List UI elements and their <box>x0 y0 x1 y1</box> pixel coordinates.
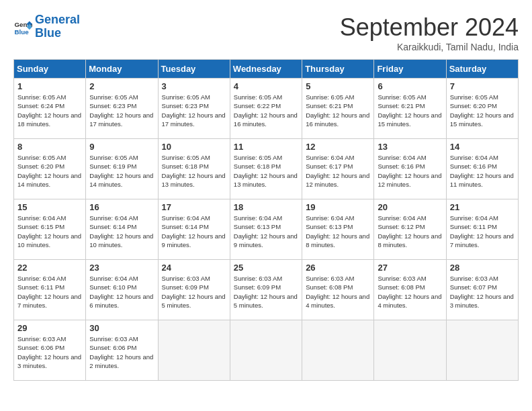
calendar-cell: 11 Sunrise: 6:05 AM Sunset: 6:18 PM Dayl… <box>230 139 302 199</box>
day-number: 2 <box>89 81 154 91</box>
day-number: 20 <box>378 202 442 212</box>
calendar-cell: 7 Sunrise: 6:05 AM Sunset: 6:20 PM Dayli… <box>446 79 518 139</box>
calendar-cell: 5 Sunrise: 6:05 AM Sunset: 6:21 PM Dayli… <box>302 79 374 139</box>
day-info: Sunrise: 6:04 AM Sunset: 6:14 PM Dayligh… <box>162 214 226 249</box>
day-number: 14 <box>450 142 515 152</box>
day-info: Sunrise: 6:03 AM Sunset: 6:07 PM Dayligh… <box>450 274 515 310</box>
calendar-week-1: 1 Sunrise: 6:05 AM Sunset: 6:24 PM Dayli… <box>14 79 519 139</box>
day-info: Sunrise: 6:04 AM Sunset: 6:16 PM Dayligh… <box>378 153 442 189</box>
day-info: Sunrise: 6:05 AM Sunset: 6:20 PM Dayligh… <box>450 93 515 128</box>
header-sunday: Sunday <box>14 60 86 79</box>
calendar-cell: 17 Sunrise: 6:04 AM Sunset: 6:14 PM Dayl… <box>158 199 230 260</box>
calendar-cell: 21 Sunrise: 6:04 AM Sunset: 6:11 PM Dayl… <box>446 199 518 260</box>
header-friday: Friday <box>374 60 446 79</box>
header-tuesday: Tuesday <box>158 60 230 79</box>
logo: General Blue General Blue <box>13 13 80 40</box>
day-number: 4 <box>234 81 298 91</box>
day-number: 15 <box>17 202 82 212</box>
calendar-cell: 8 Sunrise: 6:05 AM Sunset: 6:20 PM Dayli… <box>14 139 86 199</box>
calendar-week-4: 22 Sunrise: 6:04 AM Sunset: 6:11 PM Dayl… <box>14 260 519 320</box>
day-info: Sunrise: 6:05 AM Sunset: 6:22 PM Dayligh… <box>234 93 298 128</box>
calendar-cell: 28 Sunrise: 6:03 AM Sunset: 6:07 PM Dayl… <box>446 260 518 320</box>
header-wednesday: Wednesday <box>230 60 302 79</box>
calendar-cell: 25 Sunrise: 6:03 AM Sunset: 6:09 PM Dayl… <box>230 260 302 320</box>
day-number: 23 <box>89 263 154 273</box>
header-monday: Monday <box>86 60 158 79</box>
day-number: 8 <box>17 142 82 152</box>
calendar-cell: 18 Sunrise: 6:04 AM Sunset: 6:13 PM Dayl… <box>230 199 302 260</box>
calendar-cell: 1 Sunrise: 6:05 AM Sunset: 6:24 PM Dayli… <box>14 79 86 139</box>
day-info: Sunrise: 6:04 AM Sunset: 6:16 PM Dayligh… <box>450 153 515 189</box>
header-thursday: Thursday <box>302 60 374 79</box>
calendar-cell: 26 Sunrise: 6:03 AM Sunset: 6:08 PM Dayl… <box>302 260 374 320</box>
calendar-cell: 13 Sunrise: 6:04 AM Sunset: 6:16 PM Dayl… <box>374 139 446 199</box>
calendar-cell: 4 Sunrise: 6:05 AM Sunset: 6:22 PM Dayli… <box>230 79 302 139</box>
day-number: 17 <box>162 202 226 212</box>
day-info: Sunrise: 6:03 AM Sunset: 6:06 PM Dayligh… <box>17 334 82 370</box>
day-info: Sunrise: 6:05 AM Sunset: 6:21 PM Dayligh… <box>306 93 370 128</box>
day-number: 29 <box>17 323 82 333</box>
day-info: Sunrise: 6:03 AM Sunset: 6:08 PM Dayligh… <box>306 274 370 310</box>
calendar-cell <box>302 320 374 381</box>
day-info: Sunrise: 6:05 AM Sunset: 6:24 PM Dayligh… <box>17 93 82 128</box>
logo-text-line1: General <box>35 13 80 27</box>
svg-text:Blue: Blue <box>14 28 29 35</box>
calendar-cell <box>446 320 518 381</box>
day-info: Sunrise: 6:04 AM Sunset: 6:12 PM Dayligh… <box>378 214 442 249</box>
calendar-cell: 2 Sunrise: 6:05 AM Sunset: 6:23 PM Dayli… <box>86 79 158 139</box>
day-number: 27 <box>378 263 442 273</box>
day-number: 11 <box>234 142 298 152</box>
calendar-cell: 14 Sunrise: 6:04 AM Sunset: 6:16 PM Dayl… <box>446 139 518 199</box>
calendar-cell: 6 Sunrise: 6:05 AM Sunset: 6:21 PM Dayli… <box>374 79 446 139</box>
day-info: Sunrise: 6:05 AM Sunset: 6:18 PM Dayligh… <box>234 153 298 189</box>
page-header: General Blue General Blue September 2024… <box>13 13 519 52</box>
calendar-cell: 10 Sunrise: 6:05 AM Sunset: 6:18 PM Dayl… <box>158 139 230 199</box>
day-info: Sunrise: 6:04 AM Sunset: 6:14 PM Dayligh… <box>89 214 154 249</box>
calendar-cell: 15 Sunrise: 6:04 AM Sunset: 6:15 PM Dayl… <box>14 199 86 260</box>
day-info: Sunrise: 6:04 AM Sunset: 6:10 PM Dayligh… <box>89 274 154 310</box>
day-number: 22 <box>17 263 82 273</box>
day-info: Sunrise: 6:04 AM Sunset: 6:17 PM Dayligh… <box>306 153 370 189</box>
header-saturday: Saturday <box>446 60 518 79</box>
day-info: Sunrise: 6:05 AM Sunset: 6:20 PM Dayligh… <box>17 153 82 189</box>
day-info: Sunrise: 6:05 AM Sunset: 6:19 PM Dayligh… <box>89 153 154 189</box>
calendar-header-row: SundayMondayTuesdayWednesdayThursdayFrid… <box>14 60 519 79</box>
calendar-cell: 20 Sunrise: 6:04 AM Sunset: 6:12 PM Dayl… <box>374 199 446 260</box>
day-info: Sunrise: 6:04 AM Sunset: 6:11 PM Dayligh… <box>17 274 82 310</box>
month-title: September 2024 <box>340 13 519 42</box>
calendar-cell: 30 Sunrise: 6:03 AM Sunset: 6:06 PM Dayl… <box>86 320 158 381</box>
calendar-week-3: 15 Sunrise: 6:04 AM Sunset: 6:15 PM Dayl… <box>14 199 519 260</box>
day-number: 18 <box>234 202 298 212</box>
day-info: Sunrise: 6:03 AM Sunset: 6:09 PM Dayligh… <box>162 274 226 310</box>
calendar-cell: 29 Sunrise: 6:03 AM Sunset: 6:06 PM Dayl… <box>14 320 86 381</box>
day-number: 12 <box>306 142 370 152</box>
day-info: Sunrise: 6:04 AM Sunset: 6:11 PM Dayligh… <box>450 214 515 249</box>
day-number: 13 <box>378 142 442 152</box>
calendar-cell: 3 Sunrise: 6:05 AM Sunset: 6:23 PM Dayli… <box>158 79 230 139</box>
day-info: Sunrise: 6:05 AM Sunset: 6:21 PM Dayligh… <box>378 93 442 128</box>
day-info: Sunrise: 6:04 AM Sunset: 6:13 PM Dayligh… <box>234 214 298 249</box>
day-info: Sunrise: 6:04 AM Sunset: 6:15 PM Dayligh… <box>17 214 82 249</box>
day-number: 9 <box>89 142 154 152</box>
calendar-cell: 24 Sunrise: 6:03 AM Sunset: 6:09 PM Dayl… <box>158 260 230 320</box>
calendar-cell: 22 Sunrise: 6:04 AM Sunset: 6:11 PM Dayl… <box>14 260 86 320</box>
calendar-cell <box>374 320 446 381</box>
calendar-week-5: 29 Sunrise: 6:03 AM Sunset: 6:06 PM Dayl… <box>14 320 519 381</box>
calendar-cell: 16 Sunrise: 6:04 AM Sunset: 6:14 PM Dayl… <box>86 199 158 260</box>
day-number: 25 <box>234 263 298 273</box>
day-info: Sunrise: 6:04 AM Sunset: 6:13 PM Dayligh… <box>306 214 370 249</box>
day-number: 28 <box>450 263 515 273</box>
day-number: 1 <box>17 81 82 91</box>
day-number: 30 <box>89 323 154 333</box>
day-number: 24 <box>162 263 226 273</box>
day-number: 16 <box>89 202 154 212</box>
day-number: 6 <box>378 81 442 91</box>
calendar-week-2: 8 Sunrise: 6:05 AM Sunset: 6:20 PM Dayli… <box>14 139 519 199</box>
day-info: Sunrise: 6:05 AM Sunset: 6:23 PM Dayligh… <box>162 93 226 128</box>
logo-text-line2: Blue <box>35 27 80 40</box>
title-block: September 2024 Karaikkudi, Tamil Nadu, I… <box>340 13 519 52</box>
calendar-cell: 23 Sunrise: 6:04 AM Sunset: 6:10 PM Dayl… <box>86 260 158 320</box>
calendar-cell <box>230 320 302 381</box>
day-info: Sunrise: 6:05 AM Sunset: 6:18 PM Dayligh… <box>162 153 226 189</box>
day-info: Sunrise: 6:03 AM Sunset: 6:09 PM Dayligh… <box>234 274 298 310</box>
